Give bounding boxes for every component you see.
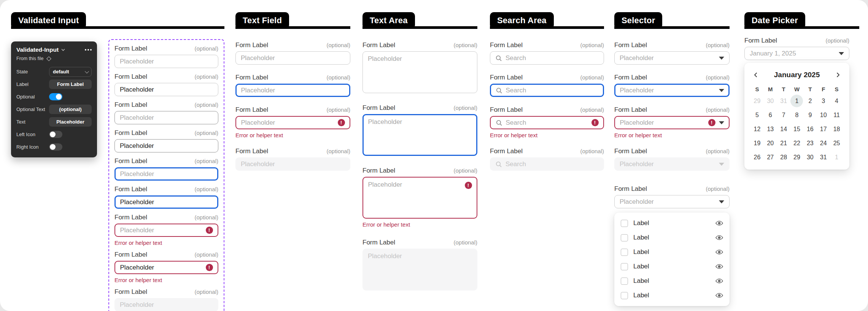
calendar-day[interactable]: 4 [830,94,843,108]
text-input-focused[interactable] [114,195,218,209]
prev-month-button[interactable] [753,71,758,79]
calendar-day[interactable]: 24 [817,136,830,150]
calendar-day[interactable]: 11 [830,108,843,122]
calendar-day[interactable]: 23 [803,136,817,150]
search-input[interactable] [490,51,604,65]
calendar-day[interactable]: 30 [803,150,817,164]
calendar-day[interactable]: 6 [764,108,777,122]
dropdown-option[interactable]: Label [614,216,730,230]
calendar-day[interactable]: 25 [830,136,843,150]
text-input-error[interactable] [114,261,218,274]
checkbox[interactable] [621,234,628,241]
calendar-day[interactable]: 12 [750,122,764,136]
calendar-day-outside[interactable]: 29 [750,94,764,108]
property-row-right-icon: Right Icon [16,142,92,152]
calendar-day[interactable]: 26 [750,150,764,164]
weekday-label: M [764,84,777,94]
dropdown-option[interactable]: Label [614,245,730,259]
date-input[interactable] [744,47,849,60]
search-input-focused[interactable] [490,84,604,97]
text-input[interactable] [235,51,350,65]
eye-icon[interactable] [715,293,723,298]
calendar-day[interactable]: 16 [803,122,817,136]
dropdown-option[interactable]: Label [614,259,730,274]
text-input[interactable] [114,139,218,152]
textarea-input-focused[interactable] [362,114,477,156]
dropdown-option[interactable]: Label [614,274,730,288]
calendar-day[interactable]: 22 [790,136,804,150]
select-input-focused[interactable] [614,84,730,97]
left-icon-toggle-off[interactable] [49,131,62,138]
calendar-day[interactable]: 19 [750,136,764,150]
text-input-focused[interactable] [114,167,218,181]
optional-text: (optional) [194,45,218,52]
text-input[interactable] [114,83,218,96]
optional-text-value-chip[interactable]: (optional) [49,105,92,114]
eye-icon[interactable] [715,235,723,240]
search-icon [496,87,502,94]
calendar-day[interactable]: 10 [817,108,830,122]
search-input-error[interactable] [490,116,604,129]
select-input[interactable] [614,51,730,65]
eye-icon[interactable] [715,221,723,226]
optional-text: (optional) [326,42,350,48]
checkbox[interactable] [621,263,628,270]
text-input[interactable] [114,111,218,124]
calendar-day[interactable]: 18 [830,122,843,136]
calendar-day[interactable]: 21 [777,136,790,150]
state-select[interactable]: default [49,67,92,77]
calendar-day-outside[interactable]: 30 [764,94,777,108]
calendar-day[interactable]: 17 [817,122,830,136]
text-value-chip[interactable]: Placeholder [49,117,92,127]
dropdown-option[interactable]: Label [614,230,730,245]
overflow-menu-button[interactable] [85,49,92,51]
calendar-day[interactable]: 2 [803,94,817,108]
chevron-down-icon[interactable] [61,49,65,51]
eye-icon[interactable] [715,249,723,255]
calendar-day-outside[interactable]: 1 [830,150,843,164]
label-value-chip[interactable]: Form Label [49,79,92,89]
select-input-error[interactable] [614,116,730,129]
calendar-day[interactable]: 3 [817,94,830,108]
text-input[interactable] [114,55,218,68]
checkbox[interactable] [621,292,628,299]
next-month-button[interactable] [835,71,841,79]
calendar-day[interactable]: 20 [764,136,777,150]
calendar-day[interactable]: 14 [777,122,790,136]
calendar-day[interactable]: 15 [790,122,804,136]
dropdown-option[interactable]: Label [614,288,730,303]
calendar-day[interactable]: 7 [777,108,790,122]
text-input-focused[interactable] [235,84,350,97]
optional-text: (optional) [326,148,350,154]
select-field-default: Form Label(optional) [614,41,730,65]
caret-down-icon [719,57,724,60]
calendar-day-selected[interactable]: 1 [790,94,804,108]
calendar-day[interactable]: 5 [750,108,764,122]
calendar-day[interactable]: 28 [777,150,790,164]
error-icon [206,227,213,234]
optional-toggle-on[interactable] [49,93,62,100]
calendar-day[interactable]: 31 [817,150,830,164]
textarea-input[interactable] [362,51,477,93]
right-icon-toggle-off[interactable] [49,143,62,151]
text-input-error[interactable] [114,224,218,237]
optional-text: (optional) [326,74,350,81]
form-label: Form Label [114,288,147,296]
checkbox[interactable] [621,278,628,285]
textarea-input-error[interactable] [362,177,477,219]
calendar-day[interactable]: 29 [790,150,804,164]
calendar-day[interactable]: 9 [803,108,817,122]
calendar-day[interactable]: 13 [764,122,777,136]
checkbox[interactable] [621,249,628,256]
form-label: Form Label [114,101,147,109]
form-field-focus: Form Label(optional) [114,157,218,181]
error-helper-text: Error or helper text [614,132,730,138]
calendar-day[interactable]: 27 [764,150,777,164]
eye-icon[interactable] [715,278,723,284]
select-input-open[interactable] [614,195,730,208]
calendar-day-outside[interactable]: 31 [777,94,790,108]
calendar-day[interactable]: 8 [790,108,804,122]
text-input-error[interactable] [235,116,350,129]
checkbox[interactable] [621,220,628,227]
eye-icon[interactable] [715,264,723,269]
